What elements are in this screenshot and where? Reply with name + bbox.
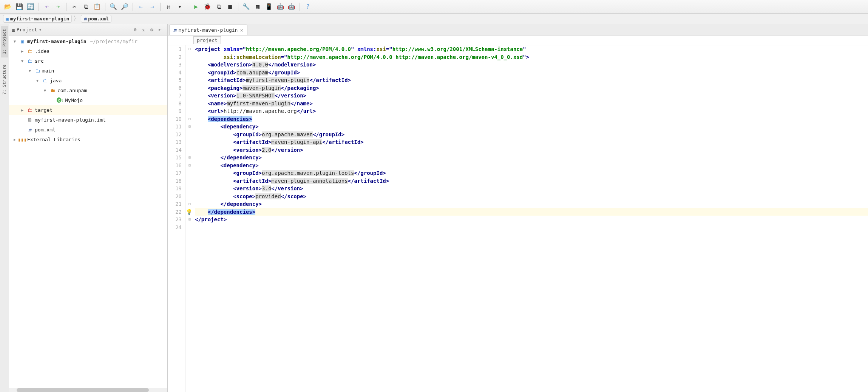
view-mode-dropdown-icon[interactable]: ▾ [39,27,42,32]
fold-marker[interactable] [186,107,193,115]
code-line[interactable]: <groupId>com.anupam</groupId> [195,69,868,77]
tree-node[interactable]: ▶▮▮▮External Libraries [9,134,167,144]
code-line[interactable]: <dependency> [195,162,868,170]
fold-marker[interactable]: ⊡ [186,208,193,216]
fold-marker[interactable]: ⊡ [186,154,193,162]
line-number[interactable]: 19 [168,185,182,193]
tree-arrow-icon[interactable]: ▶ [12,137,17,142]
code-line[interactable]: <artifactId>maven-plugin-api</artifactId… [195,138,868,146]
target-button[interactable]: ⊕ [131,26,139,34]
hide-button[interactable]: ⇤ [156,26,164,34]
tree-node[interactable]: mpom.xml [9,125,167,134]
tree-arrow-icon[interactable]: ▼ [35,79,40,83]
debug2-button[interactable]: ⧉ [214,2,224,12]
fold-marker[interactable]: ⊟ [186,162,193,170]
cut-button[interactable]: ✂ [70,2,79,12]
tool-window-tab[interactable]: 7: Structure [1,61,8,98]
line-number[interactable]: 4 [168,69,182,77]
tree-node[interactable]: ▶🗀.idea [9,46,167,56]
code-line[interactable]: <dependency> [195,123,868,131]
tree-node[interactable]: ▼🗀java [9,76,167,85]
stop-button[interactable]: ■ [225,2,235,12]
line-number[interactable]: 16 [168,162,182,170]
code-line[interactable]: <name>myfirst-maven-plugin</name> [195,100,868,108]
dropdown-button[interactable]: ▾ [175,2,185,12]
line-number[interactable]: 13 [168,138,182,146]
run-button[interactable]: ▶ [191,2,201,12]
sort-button[interactable]: ⇵ [164,2,173,12]
line-number[interactable]: 7 [168,92,182,100]
code-line[interactable]: <version>3.4</version> [195,185,868,193]
tree-node[interactable]: c ↯MyMojo [9,95,167,105]
line-number[interactable]: 12 [168,131,182,139]
fold-marker[interactable]: ⊟ [186,123,193,131]
line-number[interactable]: 23 [168,216,182,224]
code-line[interactable]: </dependency> [195,154,868,162]
line-number[interactable]: 22 [168,208,182,216]
redo-button[interactable]: ↷ [53,2,63,12]
fold-marker[interactable] [186,177,193,185]
fold-marker[interactable] [186,169,193,177]
code-line[interactable]: <url>http://maven.apache.org</url> [195,107,868,115]
fold-marker[interactable] [186,92,193,100]
code-line[interactable]: </project> [195,216,868,224]
help-button[interactable]: ? [303,2,313,12]
editor-tab[interactable]: m myfirst-maven-plugin × [169,25,247,35]
project-panel-title[interactable]: Project [17,27,37,32]
zoom-in-button[interactable]: 🔍 [108,2,118,12]
code-line[interactable]: xsi:schemaLocation="http://maven.apache.… [195,53,868,61]
code-line[interactable]: <dependencies> [195,115,868,123]
breadcrumb-item[interactable]: mpom.xml [81,15,111,23]
fold-marker[interactable]: ⊟ [186,115,193,123]
line-number[interactable]: 24 [168,224,182,231]
android2-button[interactable]: 🤖 [287,2,297,12]
wrench-button[interactable]: 🔧 [241,2,251,12]
line-number[interactable]: 2 [168,53,182,61]
code-line[interactable]: </dependencies> [195,208,868,216]
tree-arrow-icon[interactable]: ▶ [20,49,25,53]
line-number[interactable]: 17 [168,169,182,177]
fold-marker[interactable] [186,185,193,193]
collapse-button[interactable]: ⇲ [139,26,148,34]
fold-marker[interactable] [186,61,193,69]
open-button[interactable]: 📂 [3,2,13,12]
settings-button[interactable]: ⚙ [148,26,156,34]
tree-node[interactable]: ▼🖿com.anupam [9,85,167,95]
zoom-out-button[interactable]: 🔎 [120,2,130,12]
line-number[interactable]: 5 [168,76,182,84]
line-number[interactable]: 14 [168,146,182,154]
fold-marker[interactable] [186,100,193,108]
fold-gutter[interactable]: ⊟⊟⊟⊡⊟⊡💡⊡⊡ [186,45,193,392]
fold-marker[interactable] [186,138,193,146]
save-button[interactable]: 💾 [14,2,24,12]
fold-marker[interactable] [186,84,193,92]
tree-arrow-icon[interactable]: ▼ [12,39,17,43]
paste-button[interactable]: 📋 [92,2,102,12]
fold-marker[interactable] [186,193,193,201]
code-line[interactable]: <artifactId>maven-plugin-annotations</ar… [195,177,868,185]
line-number[interactable]: 10 [168,115,182,123]
project-tree[interactable]: ▼▣myfirst-maven-plugin~/projects/myfir▶🗀… [9,35,167,388]
structure-button[interactable]: ▦ [253,2,263,12]
line-number[interactable]: 15 [168,154,182,162]
code-line[interactable]: <groupId>org.apache.maven.plugin-tools</… [195,169,868,177]
code-editor[interactable]: 123456789101112131415161718192021222324 … [168,45,868,392]
fold-marker[interactable]: ⊡ [186,216,193,224]
line-number[interactable]: 6 [168,84,182,92]
code-line[interactable]: <scope>provided</scope> [195,193,868,201]
code-line[interactable] [195,224,868,231]
code-line[interactable]: <version>2.0</version> [195,146,868,154]
back-button[interactable]: ← [136,2,146,12]
line-number[interactable]: 21 [168,200,182,208]
device-button[interactable]: 📱 [264,2,274,12]
line-number[interactable]: 8 [168,100,182,108]
refresh-button[interactable]: 🔄 [26,2,36,12]
breadcrumb-item[interactable]: ▣myfirst-maven-plugin [3,15,72,23]
fold-marker[interactable] [186,69,193,77]
code-line[interactable]: <modelVersion>4.0.0</modelVersion> [195,61,868,69]
tool-window-tab[interactable]: 1: Project [1,26,8,57]
debug-button[interactable]: 🐞 [202,2,212,12]
fold-marker[interactable]: ⊡💡 [186,200,193,208]
fold-marker[interactable] [186,53,193,61]
copy-button[interactable]: ⧉ [81,2,91,12]
